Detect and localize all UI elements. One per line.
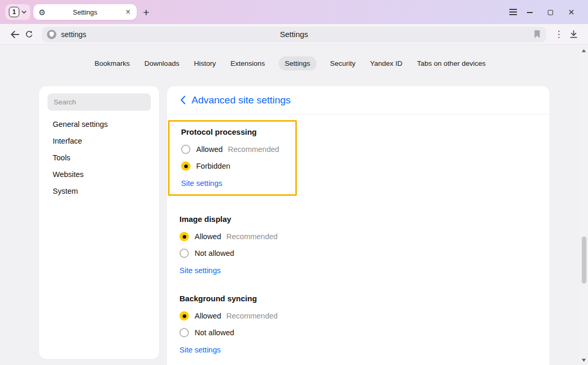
- sidebar-list: General settings Interface Tools Website…: [39, 116, 159, 199]
- radio-unselected-icon[interactable]: [181, 145, 190, 154]
- section-background-syncing: Background syncing Allowed Recommended N…: [179, 294, 536, 355]
- radio-option-not-allowed[interactable]: Not allowed: [179, 324, 536, 341]
- section-title: Protocol processing: [181, 127, 290, 136]
- vertical-scrollbar[interactable]: [580, 45, 588, 365]
- option-label: Allowed: [195, 312, 221, 320]
- site-settings-link[interactable]: Site settings: [179, 346, 221, 354]
- reload-button[interactable]: [22, 27, 37, 42]
- option-note: Recommended: [226, 312, 278, 320]
- tab-title: Settings: [45, 8, 124, 16]
- url-text[interactable]: settings: [61, 30, 86, 39]
- sidebar-item-interface[interactable]: Interface: [39, 133, 159, 149]
- advanced-site-settings-panel: Advanced site settings Protocol processi…: [167, 86, 549, 365]
- tab-count[interactable]: 1: [9, 7, 19, 17]
- close-button[interactable]: ×: [561, 7, 582, 17]
- section-image-display: Image display Allowed Recommended Not al…: [179, 215, 536, 275]
- scroll-down-icon[interactable]: [582, 359, 586, 362]
- menu-hamburger-icon[interactable]: [507, 7, 519, 17]
- nav-security[interactable]: Security: [329, 56, 357, 70]
- chevron-left-icon: [181, 96, 186, 104]
- maximize-button[interactable]: [540, 7, 561, 17]
- nav-downloads[interactable]: Downloads: [143, 56, 181, 70]
- site-settings-link[interactable]: Site settings: [179, 266, 221, 275]
- site-settings-link[interactable]: Site settings: [181, 179, 222, 187]
- nav-history[interactable]: History: [193, 56, 217, 70]
- panel-title: Advanced site settings: [191, 95, 291, 106]
- radio-option-allowed[interactable]: Allowed Recommended: [179, 308, 536, 324]
- radio-option-allowed[interactable]: Allowed Recommended: [181, 141, 290, 158]
- option-note: Recommended: [228, 145, 279, 154]
- nav-settings[interactable]: Settings: [279, 56, 317, 70]
- radio-unselected-icon[interactable]: [179, 249, 189, 258]
- nav-extensions[interactable]: Extensions: [230, 56, 266, 70]
- search-input[interactable]: [47, 93, 151, 111]
- chevron-down-icon: [21, 10, 27, 14]
- address-bar[interactable]: settings Settings: [42, 27, 546, 42]
- browser-toolbar: settings Settings ⋮: [0, 24, 588, 45]
- panel-body: Protocol processing Allowed Recommended …: [167, 114, 549, 365]
- site-protect-shield-icon[interactable]: [47, 30, 56, 39]
- sidebar-item-tools[interactable]: Tools: [39, 149, 159, 166]
- settings-page: Bookmarks Downloads History Extensions S…: [0, 45, 588, 365]
- gear-icon: ⚙: [39, 8, 45, 16]
- sidebar-item-websites[interactable]: Websites: [39, 166, 159, 183]
- radio-option-allowed[interactable]: Allowed Recommended: [179, 228, 536, 245]
- radio-selected-icon[interactable]: [179, 311, 189, 321]
- titlebar: 1 ⚙ Settings × + ×: [0, 0, 588, 24]
- scroll-up-icon[interactable]: [582, 49, 586, 52]
- section-title: Background syncing: [179, 294, 536, 303]
- settings-sidebar: General settings Interface Tools Website…: [39, 86, 159, 359]
- nav-yandex-id[interactable]: Yandex ID: [369, 56, 403, 70]
- option-note: Recommended: [226, 232, 278, 241]
- sidebar-item-general-settings[interactable]: General settings: [39, 116, 159, 133]
- radio-option-forbidden[interactable]: Forbidden: [181, 158, 290, 174]
- back-button[interactable]: [7, 27, 22, 42]
- new-tab-button[interactable]: +: [143, 7, 149, 18]
- settings-top-nav: Bookmarks Downloads History Extensions S…: [0, 56, 580, 70]
- tab-counter-button[interactable]: 1: [5, 4, 30, 20]
- option-label: Not allowed: [195, 328, 234, 337]
- option-label: Allowed: [195, 232, 221, 241]
- tab-settings[interactable]: ⚙ Settings ×: [33, 4, 137, 20]
- back-to-settings-header[interactable]: Advanced site settings: [167, 86, 549, 114]
- minimize-button[interactable]: [519, 7, 540, 17]
- bookmark-icon[interactable]: [533, 30, 541, 39]
- radio-unselected-icon[interactable]: [179, 328, 189, 337]
- sidebar-item-system[interactable]: System: [39, 183, 159, 199]
- section-title: Image display: [179, 215, 536, 223]
- section-protocol-processing: Protocol processing Allowed Recommended …: [179, 120, 536, 196]
- page-title: Settings: [42, 30, 546, 39]
- tab-close-icon[interactable]: ×: [125, 8, 131, 16]
- nav-tabs-other-devices[interactable]: Tabs on other devices: [416, 56, 486, 70]
- radio-option-not-allowed[interactable]: Not allowed: [179, 245, 536, 262]
- radio-selected-icon[interactable]: [181, 161, 190, 171]
- scrollbar-thumb[interactable]: [582, 237, 586, 284]
- more-options-icon[interactable]: ⋮: [551, 27, 566, 42]
- option-label: Not allowed: [195, 249, 234, 257]
- option-label: Forbidden: [196, 162, 230, 170]
- highlight-box: Protocol processing Allowed Recommended …: [168, 120, 297, 196]
- nav-bookmarks[interactable]: Bookmarks: [93, 56, 131, 70]
- downloads-icon[interactable]: [566, 27, 581, 42]
- option-label: Allowed: [196, 145, 223, 154]
- radio-selected-icon[interactable]: [179, 232, 189, 241]
